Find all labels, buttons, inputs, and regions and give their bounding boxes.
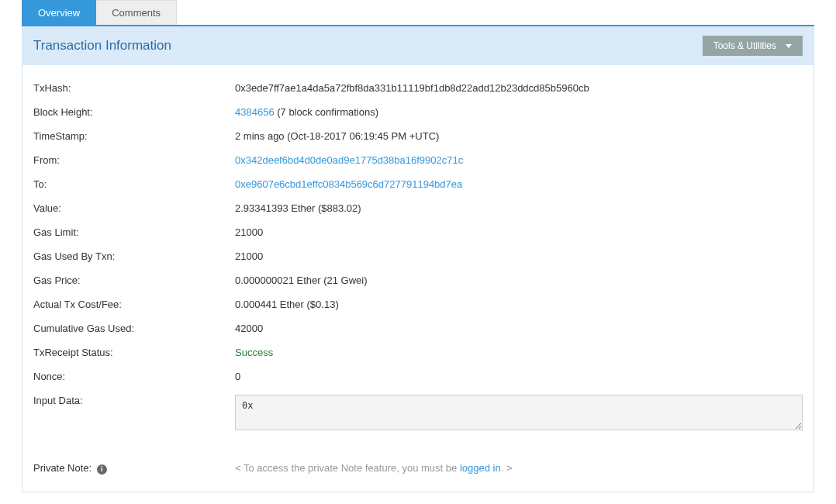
private-note-text: Private Note: <box>33 462 95 474</box>
tab-overview[interactable]: Overview <box>22 0 96 25</box>
label-private-note: Private Note: i <box>33 462 235 475</box>
value-txhash: 0x3ede7ff7ae1a4da5a72fbf8da331b11119bf1d… <box>235 82 803 94</box>
label-receipt-status: TxReceipt Status: <box>33 347 235 358</box>
value-gas-limit: 21000 <box>235 226 803 238</box>
value-amount: 2.93341393 Ether ($883.02) <box>235 202 803 214</box>
value-actual-cost: 0.000441 Ether ($0.13) <box>235 299 803 310</box>
value-timestamp: 2 mins ago (Oct-18-2017 06:19:45 PM +UTC… <box>235 130 803 142</box>
label-nonce: Nonce: <box>33 371 235 382</box>
panel-title: Transaction Information <box>33 38 171 54</box>
input-data-textarea[interactable] <box>235 395 803 430</box>
tools-utilities-label: Tools & Utilities <box>713 40 776 51</box>
label-timestamp: TimeStamp: <box>33 130 235 142</box>
label-gas-used: Gas Used By Txn: <box>33 250 235 262</box>
label-to: To: <box>33 178 235 190</box>
value-nonce: 0 <box>235 371 803 382</box>
caret-down-icon <box>786 44 792 48</box>
to-address-link[interactable]: 0xe9607e6cbd1effc0834b569c6d727791194bd7… <box>235 178 462 190</box>
info-icon: i <box>97 464 107 475</box>
label-block-height: Block Height: <box>33 106 235 118</box>
value-gas-used: 21000 <box>235 250 803 262</box>
from-address-link[interactable]: 0x342deef6bd4d0de0ad9e1775d38ba16f9902c7… <box>235 154 463 166</box>
tabs: Overview Comments <box>22 0 814 26</box>
label-from: From: <box>33 154 235 166</box>
panel-header: Transaction Information Tools & Utilitie… <box>22 26 814 65</box>
label-txhash: TxHash: <box>33 82 235 94</box>
label-cumulative-gas: Cumulative Gas Used: <box>33 323 235 334</box>
label-gas-limit: Gas Limit: <box>33 226 235 238</box>
label-actual-cost: Actual Tx Cost/Fee: <box>33 299 235 310</box>
label-gas-price: Gas Price: <box>33 274 235 286</box>
value-receipt-status: Success <box>235 347 803 358</box>
private-note-suffix: . > <box>501 462 513 474</box>
value-gas-price: 0.000000021 Ether (21 Gwei) <box>235 274 803 286</box>
panel-body: TxHash: 0x3ede7ff7ae1a4da5a72fbf8da331b1… <box>22 65 814 492</box>
block-height-link[interactable]: 4384656 <box>235 106 275 118</box>
private-note-prefix: < To access the private Note feature, yo… <box>235 462 460 474</box>
label-input-data: Input Data: <box>33 395 235 433</box>
value-private-note: < To access the private Note feature, yo… <box>235 462 803 475</box>
label-value: Value: <box>33 202 235 214</box>
value-block-height: 4384656 (7 block confirmations) <box>235 106 803 118</box>
block-confirmations: (7 block confirmations) <box>275 106 378 118</box>
tools-utilities-button[interactable]: Tools & Utilities <box>703 36 803 56</box>
value-cumulative-gas: 42000 <box>235 323 803 334</box>
logged-in-link[interactable]: logged in <box>460 462 501 474</box>
tab-comments[interactable]: Comments <box>96 0 177 25</box>
